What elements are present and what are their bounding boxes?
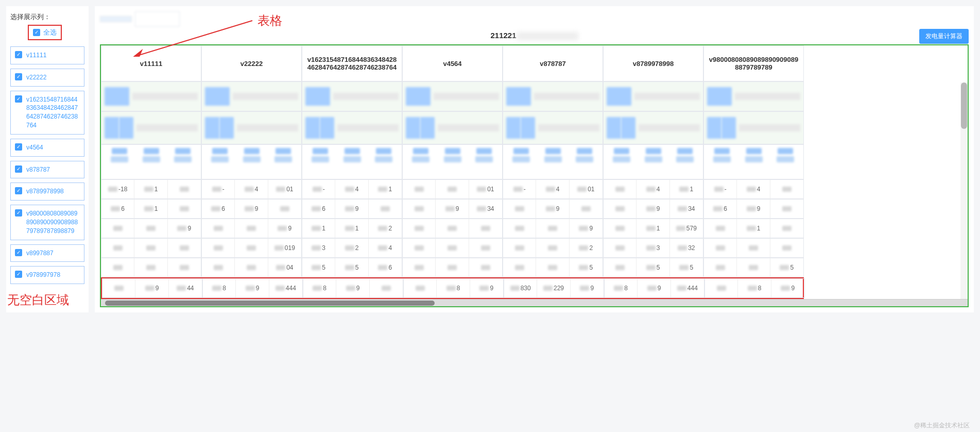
check-icon: ✓ xyxy=(15,271,22,278)
sidebar-item-label: v22222 xyxy=(26,73,46,82)
table-header-1: v22222 xyxy=(201,45,302,81)
sidebar-item-0[interactable]: ✓v11111 xyxy=(10,46,84,64)
data-cell: 6 xyxy=(202,200,235,218)
unit-cell xyxy=(402,144,503,179)
data-cell: -18 xyxy=(101,180,134,198)
data-cell xyxy=(503,239,536,257)
data-cell: - xyxy=(202,180,235,198)
sidebar-item-8[interactable]: ✓v978997978 xyxy=(10,266,84,284)
data-cell xyxy=(770,219,803,238)
sidebar-item-label: v878787 xyxy=(26,165,50,174)
data-cell xyxy=(403,239,436,257)
data-cell: 9 xyxy=(771,279,804,297)
data-cell: 9 xyxy=(638,279,670,297)
vertical-scrollbar-thumb[interactable] xyxy=(961,82,967,129)
sidebar-item-2[interactable]: ✓v16231548716844836348428462847642874628… xyxy=(10,91,84,135)
table-wrapper: v11111v22222v162315487168448363484284628… xyxy=(100,44,969,307)
unit-cell xyxy=(101,144,201,179)
data-cell: 9 xyxy=(268,219,301,238)
data-cell: 229 xyxy=(537,279,570,297)
data-group: 89 xyxy=(303,278,403,298)
data-cell: 1 xyxy=(134,200,167,218)
subheader-cell xyxy=(503,81,603,111)
data-group: -401 xyxy=(503,179,603,199)
main-panel: 211221 发电量计算器 v11111v22222v1623154871684… xyxy=(95,6,974,312)
subheader-cell xyxy=(302,81,402,111)
data-group: 9 xyxy=(201,219,302,238)
data-cell xyxy=(235,258,268,277)
sidebar-item-6[interactable]: ✓v98000808089089890890090908988797897878… xyxy=(10,205,84,240)
table-row: 616969934993469 xyxy=(101,199,804,219)
data-cell xyxy=(202,219,235,238)
data-cell: 01 xyxy=(570,180,603,198)
subheader-cell xyxy=(201,81,302,111)
data-cell: 4 xyxy=(637,180,669,198)
sidebar-item-4[interactable]: ✓v878787 xyxy=(10,161,84,179)
data-cell xyxy=(436,180,469,198)
subheader-cell xyxy=(703,111,804,144)
check-icon: ✓ xyxy=(33,29,40,36)
data-cell: 9 xyxy=(436,200,469,218)
data-group: 5 xyxy=(503,258,603,277)
data-cell: 9 xyxy=(336,279,369,297)
data-group: 89 xyxy=(704,278,805,298)
tab-2[interactable] xyxy=(135,11,180,27)
data-group xyxy=(402,258,503,277)
tab-1[interactable] xyxy=(100,16,132,22)
data-group: 8302299 xyxy=(504,278,604,298)
sidebar-item-label: v8789978998 xyxy=(26,187,64,196)
data-cell: 5 xyxy=(637,258,669,277)
horizontal-scrollbar[interactable] xyxy=(101,299,968,306)
subheader-cell xyxy=(302,111,402,144)
data-cell: 019 xyxy=(268,239,301,257)
data-cell xyxy=(404,279,437,297)
data-cell xyxy=(503,258,536,277)
data-cell xyxy=(604,219,637,238)
data-cell: 9 xyxy=(571,279,604,297)
table-title-row: 211221 发电量计算器 xyxy=(100,31,969,40)
calculator-button[interactable]: 发电量计算器 xyxy=(919,29,969,44)
data-cell xyxy=(604,180,637,198)
data-cell: 9 xyxy=(335,200,368,218)
data-group xyxy=(703,238,804,258)
data-cell xyxy=(235,239,268,257)
sidebar-item-1[interactable]: ✓v22222 xyxy=(10,69,84,87)
data-cell: 3 xyxy=(302,239,335,257)
data-cell xyxy=(101,239,134,257)
data-cell xyxy=(604,200,637,218)
data-cell: 2 xyxy=(335,239,368,257)
data-cell: 5 xyxy=(335,258,368,277)
vertical-scrollbar[interactable] xyxy=(960,82,968,307)
data-cell: - xyxy=(503,180,536,198)
table-row: 045565555 xyxy=(101,258,804,277)
data-cell: 6 xyxy=(369,258,402,277)
data-cell xyxy=(604,239,637,257)
data-cell: 8 xyxy=(738,279,771,297)
data-group: -181 xyxy=(101,179,201,199)
table-row: 99112915791 xyxy=(101,219,804,238)
data-cell: 9 xyxy=(168,219,201,238)
data-cell xyxy=(403,258,436,277)
data-cell xyxy=(403,180,436,198)
data-group xyxy=(101,238,201,258)
sidebar-item-7[interactable]: ✓v8997887 xyxy=(10,244,84,262)
data-cell: 01 xyxy=(268,180,301,198)
data-cell: 5 xyxy=(770,258,803,277)
data-cell: 9 xyxy=(470,279,503,297)
select-all-checkbox[interactable]: ✓ 全选 xyxy=(28,25,62,40)
data-cell: 4 xyxy=(536,180,569,198)
horizontal-scrollbar-thumb[interactable] xyxy=(105,301,435,306)
table-header-0: v11111 xyxy=(101,45,201,81)
sidebar-item-3[interactable]: ✓v4564 xyxy=(10,139,84,157)
data-group: 69 xyxy=(201,199,302,219)
table-row: -181-401-4101-40141-4 xyxy=(101,179,804,199)
subheader-cell xyxy=(603,111,703,144)
subheader-cell xyxy=(402,81,503,111)
data-cell: 6 xyxy=(704,200,737,218)
sidebar-item-5[interactable]: ✓v8789978998 xyxy=(10,182,84,201)
data-group: 2 xyxy=(503,238,603,258)
data-group: 69 xyxy=(302,199,402,219)
data-cell: 4 xyxy=(335,180,368,198)
data-cell: 4 xyxy=(737,180,770,198)
data-cell: - xyxy=(302,180,335,198)
